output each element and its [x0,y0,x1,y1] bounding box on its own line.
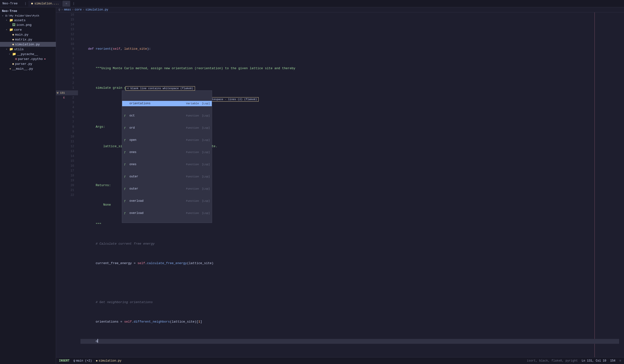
folder-assets-icon: 📁 [9,18,13,22]
sidebar-item-pycache[interactable]: 📁 __pycache__ [0,52,56,56]
ac-icon-1: ƒ [124,114,128,117]
chevron-pycache [9,53,11,55]
ln-after-6: 7 [66,120,76,124]
ac-icon-8: ƒ [124,199,128,202]
line-after-6: 7 [56,120,78,124]
marker-current: W 131 [56,90,66,95]
folder-pycache-label: __pycache__ [17,52,38,56]
ln-11: 11 [66,37,76,42]
line-after-9: 10 [56,134,78,139]
tab-add[interactable]: + [62,1,70,7]
marker-after-7 [56,124,66,129]
ac-item-ones-1[interactable]: ƒ ones Function [Lsp] [122,150,212,155]
ac-item-orientations[interactable]: × orientations Variable [Lsp] [122,101,212,106]
sidebar-item-matrix-py[interactable]: ◆ matrix.py [0,37,56,42]
ac-type-0: Variable [186,102,199,105]
code-container[interactable]: 16 15 14 13 [56,12,624,357]
ac-icon-7: ƒ [124,187,128,190]
ac-icon-9: ƒ [124,212,128,215]
ac-name-1: oct [130,114,184,118]
sidebar-item-assets[interactable]: 📁 assets [0,18,56,23]
ac-name-4: ones [130,150,184,154]
marker-after-3 [56,105,66,110]
status-equals: ≡ [619,359,621,363]
ac-source-6: [Lsp] [202,175,210,178]
status-mode[interactable]: INSERT [59,359,70,363]
line-10: 10 [56,42,78,47]
ln-16top: 16 [66,12,76,17]
autocomplete-dropdown[interactable]: × orientations Variable [Lsp] ƒ oct Func… [122,90,212,223]
ac-name-2: ord [130,126,184,130]
ln-after-5: 6 [66,115,76,120]
line-15: 15 [56,17,78,22]
sidebar-item-simulation-py[interactable]: ◆ simulation.py [0,42,56,47]
sidebar-item-parser-py[interactable]: ◆ parser.py [0,61,56,66]
sidebar-item-root[interactable]: D:\My Folder\Dev\Pyth [0,14,56,18]
ac-item-overload-1[interactable]: ƒ overload Function [Lsp] [122,198,212,204]
code-line-current: o [80,339,619,344]
divider: | [24,2,26,5]
ln-after-14: 15 [66,159,76,164]
ac-item-ones-2[interactable]: ƒ ones Function [Lsp] [122,162,212,167]
folder-utils-label: utils [14,48,24,51]
ac-item-ord[interactable]: ƒ ord Function [Lsp] [122,125,212,131]
add-tab-icon: + [65,2,67,6]
marker-4 [56,71,66,76]
marker-15 [56,17,66,22]
code-text[interactable]: def reorient(self, lattice_site): """Usi… [78,12,624,357]
sidebar-item-parser-cpython[interactable]: ⚙ parser.cpytho ● [0,56,56,61]
ac-source-0: [Lsp] [202,102,210,105]
marker-5 [56,66,66,71]
code-line-15: def reorient(self, lattice_site): [80,47,619,51]
ac-source-8: [Lsp] [202,199,210,202]
ac-type-1: Function [186,114,199,117]
marker-after-11 [56,144,66,149]
sidebar-item-icon-png[interactable]: 🖼 icon.png [0,23,56,27]
file-matrix-py-icon: ◆ [12,38,14,41]
marker-6 [56,61,66,66]
line-current: W 131 [56,90,78,95]
diag-line1: < blank line contains whitespace (flake8… [127,87,193,90]
line-after-18: 19 [56,178,78,183]
ln-after-20: 21 [66,188,76,193]
ac-item-oct[interactable]: ƒ oct Function [Lsp] [122,113,212,119]
title-bar: Neo-Tree | simulation.... + | [0,0,624,7]
ac-item-outer-1[interactable]: ƒ outer Function [Lsp] [122,174,212,179]
status-file[interactable]: ◆ simulation.py [96,359,121,363]
line-after-8: 9 [56,129,78,134]
ac-item-open[interactable]: ƒ open Function [Lsp] [122,137,212,143]
ln-7: 7 [66,56,76,61]
marker-after-17 [56,173,66,178]
marker-after-13 [56,154,66,159]
sidebar-item-main-py[interactable]: ◆ main.py [0,32,56,37]
sidebar-item-core[interactable]: 📁 core [0,27,56,32]
sidebar-item-main-main-py[interactable]: ✦ __main__.py [0,66,56,71]
code-line-16top [80,27,619,32]
ac-item-overload-2[interactable]: ƒ overload Function [Lsp] [122,211,212,216]
status-branch[interactable]: ψ main (+2) [73,359,92,363]
ac-icon-4: ƒ [124,151,128,154]
tab-simulation[interactable]: simulation.... [28,1,62,7]
marker-after-20 [56,188,66,193]
line-after-16: 17 [56,168,78,173]
marker-after-16 [56,168,66,173]
ln-after-12: 13 [66,149,76,154]
line-after-19: 20 [56,183,78,188]
folder-assets-label: assets [14,19,26,22]
ac-source-1: [Lsp] [202,114,210,117]
file-icon-png-icon: 🖼 [12,23,15,27]
line-12: 12 [56,32,78,37]
sidebar: Neo-Tree D:\My Folder\Dev\Pyth 📁 assets … [0,7,56,364]
file-simulation-py-label: simulation.py [15,43,40,46]
line-after-10: 11 [56,139,78,144]
ac-name-0: orientations [130,102,184,105]
ln-after-15: 16 [66,164,76,168]
line-after-20: 21 [56,188,78,193]
editor-area: ψ › mmas › core › simulation.py 16 [56,7,624,364]
main-layout: Neo-Tree D:\My Folder\Dev\Pyth 📁 assets … [0,7,624,364]
sidebar-item-utils[interactable]: 📁 utils [0,47,56,52]
line-2: 2 [56,81,78,86]
ln-after-7: 8 [66,124,76,129]
ac-item-outer-2[interactable]: ƒ outer Function [Lsp] [122,186,212,192]
ac-type-7: Function [186,187,199,190]
